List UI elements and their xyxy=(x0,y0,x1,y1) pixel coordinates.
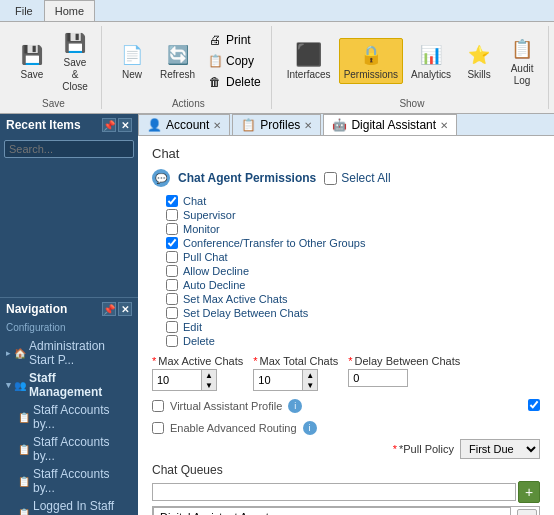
checkbox-row-1: Supervisor xyxy=(166,209,540,221)
nav-item-staff-mgmt[interactable]: ▾ 👥 Staff Management xyxy=(0,369,138,401)
permissions-button[interactable]: 🔒 Permissions xyxy=(339,38,403,84)
checkbox-10[interactable] xyxy=(166,335,178,347)
save-close-label: Save &Close xyxy=(60,57,90,93)
ribbon-body: 💾 Save 💾 Save &Close Save 📄 New 🔄 Ref xyxy=(0,22,554,113)
delay-between-chats-label: Delay Between Chats xyxy=(348,355,460,367)
delete-label: Delete xyxy=(226,75,261,89)
checkbox-label-10: Delete xyxy=(183,335,215,347)
save-close-button[interactable]: 💾 Save &Close xyxy=(55,26,95,96)
staff-mgmt-icon: 👥 xyxy=(14,380,26,391)
nav-pin-button[interactable]: 📌 xyxy=(102,302,116,316)
recent-items-header: Recent Items 📌 ✕ xyxy=(0,114,138,136)
nav-item-staff-accounts-2[interactable]: 📋 Staff Accounts by... xyxy=(0,433,138,465)
analytics-button[interactable]: 📊 Analytics xyxy=(406,38,456,84)
save-icon: 💾 xyxy=(18,41,46,69)
nav-item-staff-accounts-1[interactable]: 📋 Staff Accounts by... xyxy=(0,401,138,433)
checkbox-6[interactable] xyxy=(166,279,178,291)
queue-add-button[interactable]: + xyxy=(518,481,540,503)
checkbox-9[interactable] xyxy=(166,321,178,333)
staff-accounts-3-label: Staff Accounts by... xyxy=(33,467,132,495)
interfaces-label: Interfaces xyxy=(287,69,331,81)
tab-account-label: Account xyxy=(166,118,209,132)
audit-log-button[interactable]: 📋 AuditLog xyxy=(502,32,542,90)
print-button[interactable]: 🖨 Print xyxy=(203,30,265,50)
virtual-assistant-info-icon[interactable]: i xyxy=(288,399,302,413)
delay-between-chats-input[interactable] xyxy=(348,369,408,387)
search-input[interactable] xyxy=(4,140,134,158)
sidebar-pin-button[interactable]: 📌 xyxy=(102,118,116,132)
checkbox-label-6: Auto Decline xyxy=(183,279,245,291)
digital-assistant-tab-close[interactable]: ✕ xyxy=(440,120,448,131)
tab-account[interactable]: 👤 Account ✕ xyxy=(138,114,230,135)
nav-close-button[interactable]: ✕ xyxy=(118,302,132,316)
nav-item-admin[interactable]: ▸ 🏠 Administration Start P... xyxy=(0,337,138,369)
tab-home[interactable]: Home xyxy=(44,0,95,21)
queue-delete-button[interactable]: ✕ xyxy=(517,509,537,515)
delay-between-chats-group: Delay Between Chats xyxy=(348,355,460,391)
navigation-label: Navigation xyxy=(6,302,67,316)
max-total-chats-up[interactable]: ▲ xyxy=(303,370,317,380)
enable-advanced-routing-checkbox[interactable] xyxy=(152,422,164,434)
checkbox-1[interactable] xyxy=(166,209,178,221)
checkbox-3[interactable] xyxy=(166,237,178,249)
staff-accounts-2-icon: 📋 xyxy=(18,444,30,455)
skills-label: Skills xyxy=(467,69,490,81)
nav-item-label: Administration Start P... xyxy=(29,339,132,367)
ribbon-group-save: 💾 Save 💾 Save &Close Save xyxy=(6,26,102,109)
checkbox-2[interactable] xyxy=(166,223,178,235)
refresh-button[interactable]: 🔄 Refresh xyxy=(155,38,200,84)
copy-button[interactable]: 📋 Copy xyxy=(203,51,265,71)
checkbox-7[interactable] xyxy=(166,293,178,305)
pull-policy-select[interactable]: First Due Round Robin xyxy=(460,439,540,459)
tab-file[interactable]: File xyxy=(4,0,44,21)
checkbox-8[interactable] xyxy=(166,307,178,319)
virtual-assistant-right-checkbox[interactable] xyxy=(528,399,540,411)
sidebar-close-button[interactable]: ✕ xyxy=(118,118,132,132)
save-button[interactable]: 💾 Save xyxy=(12,38,52,84)
new-button[interactable]: 📄 New xyxy=(112,38,152,84)
expand-icon-staff: ▾ xyxy=(6,380,11,390)
queue-input[interactable] xyxy=(152,483,516,501)
max-total-chats-input[interactable] xyxy=(253,369,303,391)
checkbox-row-7: Set Max Active Chats xyxy=(166,293,540,305)
content-area: 👤 Account ✕ 📋 Profiles ✕ 🤖 Digital Assis… xyxy=(138,114,554,515)
enable-advanced-routing-info-icon[interactable]: i xyxy=(303,421,317,435)
tab-digital-assistant[interactable]: 🤖 Digital Assistant ✕ xyxy=(323,114,457,135)
checkbox-0[interactable] xyxy=(166,195,178,207)
checkbox-row-6: Auto Decline xyxy=(166,279,540,291)
configuration-label: Configuration xyxy=(0,320,138,335)
fields-row: Max Active Chats ▲ ▼ Max Total Chats xyxy=(152,355,540,391)
max-active-chats-up[interactable]: ▲ xyxy=(202,370,216,380)
virtual-assistant-label: Virtual Assistant Profile xyxy=(170,400,282,412)
tab-digital-assistant-label: Digital Assistant xyxy=(351,118,436,132)
checkbox-5[interactable] xyxy=(166,265,178,277)
queue-list-area: Digital Assistant Agent ✕ ↑ ↓ xyxy=(152,506,540,515)
nav-item-logged-in[interactable]: 📋 Logged In Staff Ac... xyxy=(0,497,138,515)
delete-button[interactable]: 🗑 Delete xyxy=(203,72,265,92)
select-all[interactable]: Select All xyxy=(324,171,390,185)
staff-mgmt-label: Staff Management xyxy=(29,371,132,399)
checkbox-row-10: Delete xyxy=(166,335,540,347)
digital-assistant-tab-icon: 🤖 xyxy=(332,118,347,132)
max-active-chats-down[interactable]: ▼ xyxy=(202,380,216,390)
skills-button[interactable]: ⭐ Skills xyxy=(459,38,499,84)
queue-item-digital-assistant[interactable]: Digital Assistant Agent xyxy=(153,507,511,515)
checkbox-4[interactable] xyxy=(166,251,178,263)
max-total-chats-down[interactable]: ▼ xyxy=(303,380,317,390)
staff-accounts-3-icon: 📋 xyxy=(18,476,30,487)
select-all-checkbox[interactable] xyxy=(324,172,337,185)
checkbox-label-8: Set Delay Between Chats xyxy=(183,307,308,319)
queue-items: Digital Assistant Agent xyxy=(153,507,511,515)
max-total-chats-label: Max Total Chats xyxy=(253,355,338,367)
tab-profiles[interactable]: 📋 Profiles ✕ xyxy=(232,114,321,135)
permissions-label: Permissions xyxy=(344,69,398,81)
permissions-icon: 🔒 xyxy=(357,41,385,69)
account-tab-close[interactable]: ✕ xyxy=(213,120,221,131)
max-active-chats-input[interactable] xyxy=(152,369,202,391)
nav-item-staff-accounts-3[interactable]: 📋 Staff Accounts by... xyxy=(0,465,138,497)
actions-group-label: Actions xyxy=(172,98,205,109)
virtual-assistant-checkbox[interactable] xyxy=(152,400,164,412)
profiles-tab-close[interactable]: ✕ xyxy=(304,120,312,131)
interfaces-button[interactable]: ⬛ Interfaces xyxy=(282,38,336,84)
permissions-icon: 💬 xyxy=(152,169,170,187)
